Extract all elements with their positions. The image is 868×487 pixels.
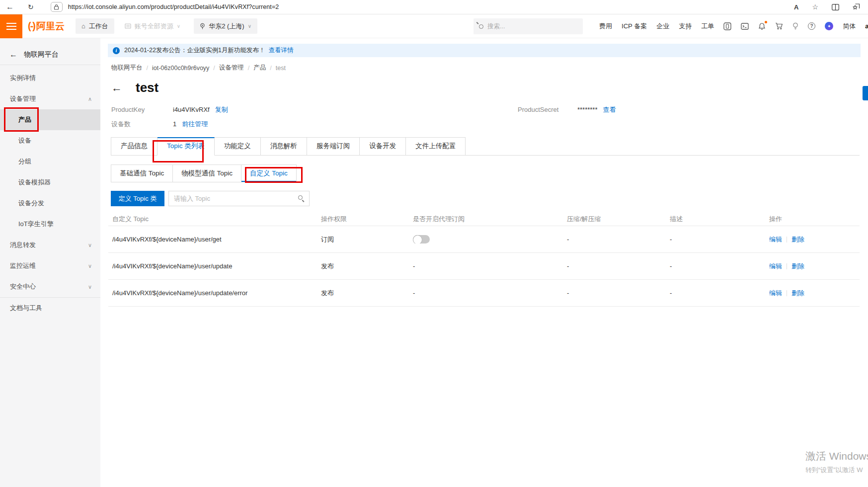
nav-link-billing[interactable]: 费用 <box>599 22 612 31</box>
tab-file-upload-config[interactable]: 文件上传配置 <box>406 137 466 156</box>
address-bar[interactable]: https://iot.console.aliyun.com/product/p… <box>68 3 279 10</box>
page-back-arrow-icon[interactable]: ← <box>111 82 122 93</box>
tab-topic-list[interactable]: Topic 类列表 <box>158 137 215 156</box>
windows-activation-watermark: 激活 Windows 转到“设置”以激活 W <box>805 449 868 475</box>
sidebar-item-security-center[interactable]: 安全中心∨ <box>0 276 100 297</box>
breadcrumb-iot-platform[interactable]: 物联网平台 <box>111 64 143 72</box>
bulb-icon[interactable] <box>792 22 798 30</box>
tab-message-parsing[interactable]: 消息解析 <box>261 137 307 156</box>
edit-link[interactable]: 编辑 <box>769 235 782 244</box>
sidebar-item-label: IoT孪生引擎 <box>18 220 54 228</box>
edit-link[interactable]: 编辑 <box>769 289 782 298</box>
tab-product-info[interactable]: 产品信息 <box>111 137 158 156</box>
tab-device-development[interactable]: 设备开发 <box>360 137 406 156</box>
resources-dropdown[interactable]: 账号全部资源 ∨ <box>125 22 180 31</box>
top-nav: (-) 阿里云 ⌂ 工作台 账号全部资源 ∨ 华东2 (上海) ∨ 费用 <box>0 14 868 38</box>
copy-link[interactable]: 复制 <box>215 105 228 114</box>
sidebar-item-iot-twin-engine[interactable]: IoT孪生引擎 <box>0 214 100 235</box>
announcement-banner: i 2024-01-22发布公告：企业版实例1月新功能发布！ 查看详情 <box>108 44 861 57</box>
delete-link[interactable]: 删除 <box>791 262 804 271</box>
edit-link[interactable]: 编辑 <box>769 262 782 271</box>
sidebar-item-device-distribution[interactable]: 设备分发 <box>0 193 100 214</box>
cart-icon[interactable] <box>775 22 783 30</box>
breadcrumb: 物联网平台/ iot-06z00c0h9r6voyy/ 设备管理/ 产品/ te… <box>111 64 868 72</box>
sidebar-item-group[interactable]: 分组 <box>0 151 100 172</box>
site-permissions-button[interactable] <box>51 2 63 12</box>
app-icon[interactable] <box>723 22 731 30</box>
announcement-details-link[interactable]: 查看详情 <box>268 46 293 55</box>
nav-link-enterprise[interactable]: 企业 <box>656 22 669 31</box>
aliyun-logo[interactable]: (-) 阿里云 <box>28 20 65 33</box>
subtab-custom-topic[interactable]: 自定义 Topic <box>241 165 296 182</box>
nav-link-icp[interactable]: ICP 备案 <box>622 22 647 31</box>
region-label: 华东2 (上海) <box>209 22 244 31</box>
sidebar-item-device-simulator[interactable]: 设备模拟器 <box>0 172 100 193</box>
language-toggle[interactable]: 简体 <box>843 22 856 31</box>
row-actions: 编辑 删除 <box>765 235 860 244</box>
sidebar-item-monitoring-ops[interactable]: 监控运维∨ <box>0 255 100 276</box>
region-selector[interactable]: 华东2 (上海) ∨ <box>194 18 257 34</box>
sidebar-item-instance-details[interactable]: 实例详情 <box>0 68 100 88</box>
topic-proxy: - <box>409 289 563 297</box>
proxy-subscription-toggle[interactable] <box>413 235 430 244</box>
tab-server-subscription[interactable]: 服务端订阅 <box>307 137 360 156</box>
topic-path: /i4u4VIKvRXf/${deviceName}/user/update <box>108 262 317 270</box>
workbench-button[interactable]: ⌂ 工作台 <box>76 18 114 34</box>
subtab-basic-topic[interactable]: 基础通信 Topic <box>111 165 173 182</box>
global-search[interactable] <box>473 18 583 34</box>
topic-compression: - <box>563 262 666 270</box>
terminal-icon[interactable] <box>741 22 749 30</box>
search-icon <box>479 24 483 29</box>
subtab-model-topic[interactable]: 物模型通信 Topic <box>173 165 241 182</box>
nav-link-ticket[interactable]: 工单 <box>701 22 714 31</box>
row-actions: 编辑 删除 <box>765 289 860 298</box>
topic-search <box>168 191 310 206</box>
define-topic-button[interactable]: 定义 Topic 类 <box>111 191 164 206</box>
delete-link[interactable]: 删除 <box>791 289 804 298</box>
hamburger-menu-icon[interactable] <box>0 14 22 38</box>
delete-link[interactable]: 删除 <box>791 235 804 244</box>
sidebar-item-label: 产品 <box>18 116 31 123</box>
search-icon[interactable] <box>298 195 303 200</box>
favorite-star-icon[interactable]: ☆ <box>812 3 818 10</box>
sidebar-item-docs-tools[interactable]: 文档与工具 <box>0 298 100 319</box>
view-secret-link[interactable]: 查看 <box>603 105 616 114</box>
app-center-icon[interactable]: ✦ <box>825 22 833 30</box>
info-icon: i <box>113 47 120 54</box>
sidebar: ← 物联网平台 实例详情 设备管理∧ 产品 设备 分组 设备模拟器 设备分发 I… <box>0 38 100 487</box>
title-row: ← test <box>111 80 868 95</box>
read-aloud-icon[interactable]: A <box>794 4 798 10</box>
row-actions: 编辑 删除 <box>765 262 860 271</box>
topic-proxy: - <box>409 262 563 270</box>
collections-icon[interactable] <box>853 3 860 10</box>
chevron-up-icon: ∧ <box>88 88 92 109</box>
manage-devices-link[interactable]: 前往管理 <box>182 120 208 129</box>
account-name-partial[interactable]: al <box>865 22 868 30</box>
global-search-input[interactable] <box>487 23 567 30</box>
sidebar-item-product[interactable]: 产品 <box>0 109 100 130</box>
sidebar-item-device[interactable]: 设备 <box>0 130 100 151</box>
sidebar-item-message-forwarding[interactable]: 消息转发∨ <box>0 235 100 255</box>
header-permission: 操作权限 <box>317 215 409 224</box>
product-secret-label: ProductSecret <box>518 106 577 113</box>
back-arrow-icon[interactable]: ← <box>9 50 17 59</box>
workbench-label: 工作台 <box>89 22 108 31</box>
chevron-down-icon: ∨ <box>88 235 92 255</box>
topic-search-input[interactable] <box>168 191 310 206</box>
nav-link-support[interactable]: 支持 <box>679 22 692 31</box>
breadcrumb-device-management[interactable]: 设备管理 <box>219 64 244 72</box>
divider <box>0 65 100 65</box>
sidebar-item-device-management[interactable]: 设备管理∧ <box>0 88 100 109</box>
product-key-value: i4u4VIKvRXf <box>173 106 210 113</box>
bell-icon[interactable] <box>758 22 766 30</box>
browser-refresh-icon[interactable]: ↻ <box>28 3 34 10</box>
announcement-text: 2024-01-22发布公告：企业版实例1月新功能发布！ <box>124 46 265 55</box>
help-icon[interactable]: ? <box>808 22 815 30</box>
breadcrumb-instance[interactable]: iot-06z00c0h9r6voyy <box>152 65 209 72</box>
topic-description: - <box>666 262 765 270</box>
breadcrumb-product[interactable]: 产品 <box>253 64 266 72</box>
browser-back-icon[interactable]: ← <box>6 3 14 11</box>
right-edge-floating-button[interactable] <box>863 86 868 100</box>
split-screen-icon[interactable] <box>832 4 839 10</box>
tab-feature-definition[interactable]: 功能定义 <box>215 137 261 156</box>
